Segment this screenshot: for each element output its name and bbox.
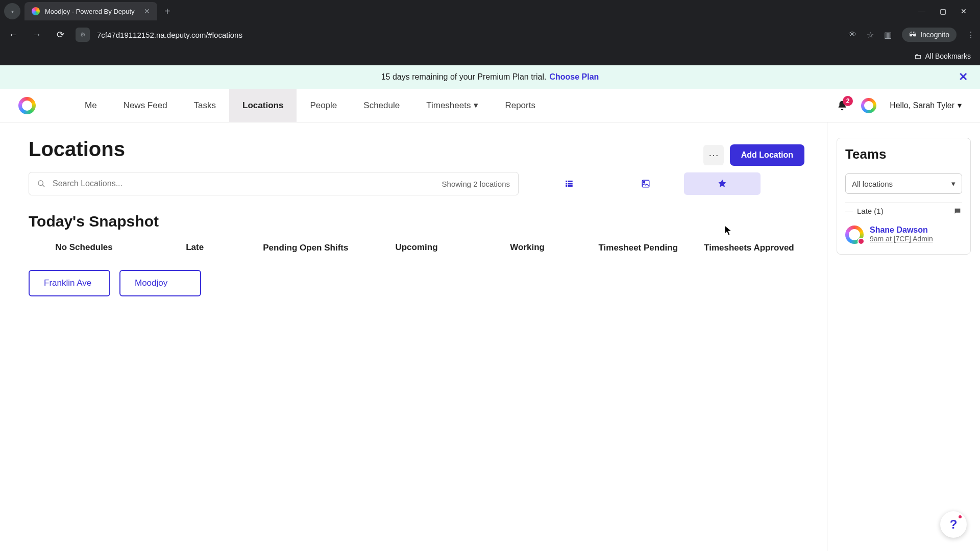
avatar [845,226,864,244]
address-bar: ← → ⟳ ⚙ 7cf47d19112152.na.deputy.com/#lo… [0,22,980,47]
snapshot-columns: No Schedules Late Pending Open Shifts Up… [29,242,827,254]
panel-icon[interactable]: ▥ [884,30,892,40]
location-chip[interactable]: Franklin Ave [29,270,110,296]
person-name[interactable]: Shane Dawson [870,226,933,235]
nav-tab-newsfeed[interactable]: News Feed [110,89,181,122]
window-controls: — ▢ ✕ [918,7,976,15]
snap-col-no-schedules: No Schedules [29,242,139,254]
team-member-row[interactable]: Shane Dawson 9am at [7CF] Admin [845,219,962,246]
snap-col-timesheets-approved: Timesheets Approved [694,242,804,254]
chevron-down-icon: ▾ [951,179,955,188]
location-filter-select[interactable]: All locations ▾ [845,173,962,194]
svg-line-1 [42,185,44,187]
svg-point-0 [38,181,43,185]
close-window-icon[interactable]: ✕ [961,7,967,15]
teams-sidebar: Teams All locations ▾ — Late (1) Shane D… [827,122,980,551]
svg-rect-7 [568,185,573,187]
browser-tab[interactable]: Moodjoy - Powered By Deputy ✕ [24,2,157,20]
snap-col-timesheet-pending: Timesheet Pending [583,242,694,254]
maximize-icon[interactable]: ▢ [940,7,946,15]
close-tab-icon[interactable]: ✕ [144,7,150,15]
chevron-down-icon: ▾ [958,101,962,110]
select-value: All locations [852,180,893,188]
incognito-label: Incognito [920,31,949,39]
org-avatar-icon[interactable] [861,98,876,113]
favicon-icon [32,7,40,15]
page-title: Locations [29,138,125,161]
results-count: Showing 2 locations [442,180,510,188]
top-nav: Me News Feed Tasks Locations People Sche… [0,89,980,122]
bookmarks-bar: 🗀 All Bookmarks [0,47,980,65]
tab-bar: ▾ Moodjoy - Powered By Deputy ✕ + — ▢ ✕ [0,0,980,22]
nav-tab-timesheets[interactable]: Timesheets▾ [413,89,492,122]
svg-rect-4 [566,183,567,185]
nav-label: Schedule [363,101,400,111]
incognito-icon: 🕶 [909,31,916,39]
snap-col-working: Working [472,242,583,254]
nav-tab-people[interactable]: People [297,89,350,122]
location-chip[interactable]: Moodjoy [119,270,201,296]
collapse-icon: — [845,207,853,215]
kebab-menu-icon[interactable]: ⋮ [967,30,975,40]
svg-point-9 [644,182,645,183]
search-box: Showing 2 locations [29,172,519,195]
list-view-toggle[interactable] [531,172,607,195]
reload-button[interactable]: ⟳ [52,27,68,43]
nav-label: News Feed [124,101,167,111]
nav-tab-locations[interactable]: Locations [229,89,297,122]
help-dot-icon [959,515,962,518]
browser-chrome: ▾ Moodjoy - Powered By Deputy ✕ + — ▢ ✕ … [0,0,980,65]
minimize-icon[interactable]: — [918,7,925,15]
tab-search-button[interactable]: ▾ [4,3,20,19]
url-text[interactable]: 7cf47d19112152.na.deputy.com/#locations [97,31,841,39]
nav-label: Reports [505,101,535,111]
snap-col-pending-open: Pending Open Shifts [250,242,361,254]
svg-rect-8 [642,180,649,187]
nav-tab-schedule[interactable]: Schedule [350,89,413,122]
back-button[interactable]: ← [5,27,21,43]
map-view-toggle[interactable] [684,172,761,195]
choose-plan-link[interactable]: Choose Plan [549,72,599,82]
new-tab-button[interactable]: + [164,6,170,17]
nav-tab-me[interactable]: Me [71,89,110,122]
status-dot-icon [857,238,865,245]
nav-tab-tasks[interactable]: Tasks [181,89,229,122]
svg-rect-2 [566,181,567,182]
user-menu[interactable]: Hello, Sarah Tyler ▾ [890,101,962,110]
logo-icon[interactable] [18,97,36,114]
eye-off-icon[interactable]: 👁 [848,30,856,39]
notifications-button[interactable]: 2 [837,100,848,111]
folder-icon: 🗀 [914,52,921,60]
snap-col-upcoming: Upcoming [361,242,472,254]
notification-badge: 2 [843,96,853,106]
chat-icon[interactable] [953,207,962,215]
main-layout: Locations ⋯ Add Location Showing 2 locat… [0,122,980,551]
nav-tabs: Me News Feed Tasks Locations People Sche… [71,89,549,122]
nav-tab-reports[interactable]: Reports [492,89,549,122]
image-view-toggle[interactable] [607,172,684,195]
greeting-text: Hello, Sarah Tyler [890,101,954,110]
bookmark-star-icon[interactable]: ☆ [867,30,874,40]
forward-button[interactable]: → [29,27,45,43]
nav-label: Locations [242,101,283,111]
late-label: Late (1) [857,207,884,215]
help-button[interactable]: ? [940,511,967,538]
more-actions-button[interactable]: ⋯ [703,145,724,165]
snapshot-title: Today's Snapshot [29,213,827,230]
content-area: Locations ⋯ Add Location Showing 2 locat… [0,122,827,551]
chevron-down-icon: ▾ [474,100,478,111]
svg-rect-6 [566,185,567,187]
late-group-row[interactable]: — Late (1) [845,202,962,219]
nav-label: People [310,101,337,111]
add-location-button[interactable]: Add Location [730,144,804,166]
banner-close-icon[interactable]: ✕ [959,70,968,84]
site-info-icon[interactable]: ⚙ [76,28,90,42]
tab-title: Moodjoy - Powered By Deputy [45,8,135,15]
all-bookmarks-link[interactable]: All Bookmarks [925,52,971,60]
incognito-badge[interactable]: 🕶 Incognito [902,28,957,42]
person-shift-link[interactable]: 9am at [7CF] Admin [870,235,933,243]
svg-rect-3 [568,181,573,182]
trial-text: 15 days remaining of your Premium Plan t… [381,72,547,82]
nav-label: Tasks [194,101,216,111]
search-input[interactable] [53,179,435,188]
